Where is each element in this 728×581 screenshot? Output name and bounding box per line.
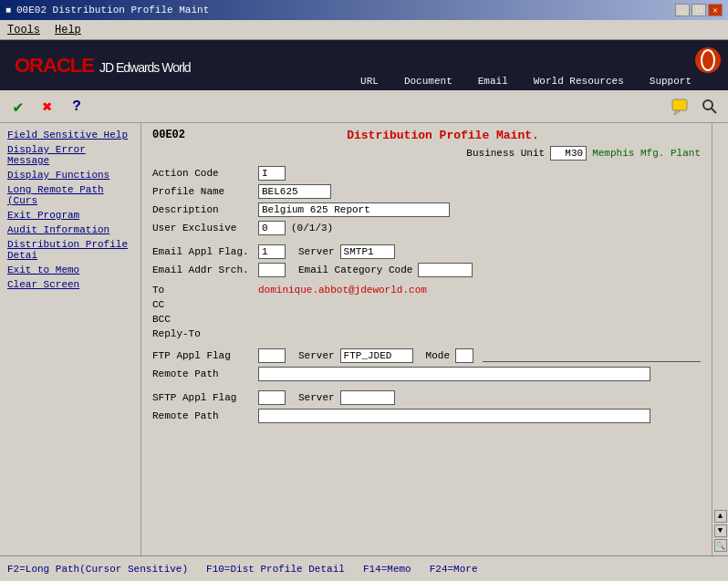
ftp-server-input[interactable]: [340, 348, 413, 363]
ftp-appl-flag-input[interactable]: [258, 348, 286, 363]
email-category-input[interactable]: [418, 263, 473, 277]
sftp-remote-path-input[interactable]: [258, 409, 650, 423]
status-f2[interactable]: F2=Long Path(Cursor Sensitive): [7, 564, 188, 575]
to-value: dominique.abbot@jdeworld.com: [258, 285, 427, 296]
svg-marker-3: [674, 110, 680, 115]
toolbar: ✔ ✖ ?: [0, 90, 728, 123]
sidebar-item-display-functions[interactable]: Display Functions: [4, 169, 137, 182]
cancel-button[interactable]: ✖: [36, 96, 58, 118]
bcc-row: BCC: [152, 314, 701, 325]
ftp-remote-path-input[interactable]: [258, 367, 650, 381]
title-bar-left: ■ 00E02 Distribution Profile Maint: [5, 5, 209, 16]
business-unit-label: Business Unit: [466, 148, 545, 159]
email-appl-flag-label: Email Appl Flag.: [152, 246, 253, 257]
sidebar-item-distribution-profile-detail[interactable]: Distribution Profile Detai: [4, 238, 137, 262]
window-title: 00E02 Distribution Profile Maint: [16, 5, 209, 16]
server-label-1: Server: [298, 246, 335, 257]
email-addr-srch-row: Email Addr Srch. Email Category Code: [152, 263, 701, 277]
sftp-server-label: Server: [298, 392, 335, 403]
sidebar: Field Sensitive Help Display Error Messa…: [0, 123, 141, 555]
email-appl-flag-row: Email Appl Flag. Server: [152, 244, 701, 259]
profile-name-label: Profile Name: [152, 186, 253, 197]
scroll-search-button[interactable]: 🔍: [714, 539, 727, 552]
ftp-remote-path-label: Remote Path: [152, 368, 253, 379]
form-area: 00E02 Distribution Profile Maint. Busine…: [141, 123, 712, 555]
main-area: Field Sensitive Help Display Error Messa…: [0, 123, 728, 555]
ftp-mode-input[interactable]: [455, 348, 473, 363]
to-label: To: [152, 285, 253, 296]
action-code-label: Action Code: [152, 168, 253, 179]
sidebar-item-clear-screen[interactable]: Clear Screen: [4, 278, 137, 291]
sftp-appl-flag-label: SFTP Appl Flag: [152, 392, 253, 403]
nav-document[interactable]: Document: [391, 72, 465, 90]
svg-line-5: [712, 109, 716, 113]
to-row: To dominique.abbot@jdeworld.com: [152, 285, 701, 296]
title-bar: ■ 00E02 Distribution Profile Maint _ □ ✕: [0, 0, 728, 20]
help-button[interactable]: ?: [66, 96, 88, 118]
sidebar-item-exit-program[interactable]: Exit Program: [4, 209, 137, 222]
business-unit-desc: Memphis Mfg. Plant: [592, 148, 701, 159]
checkmark-button[interactable]: ✔: [7, 96, 29, 118]
minimize-button[interactable]: _: [675, 4, 690, 16]
action-code-input[interactable]: [258, 166, 286, 181]
sftp-appl-flag-row: SFTP Appl Flag Server: [152, 390, 701, 405]
email-category-label: Email Category Code: [298, 265, 412, 275]
email-section: Email Appl Flag. Server Email Addr Srch.…: [152, 244, 701, 339]
server-input[interactable]: [340, 244, 395, 259]
ftp-mode-label: Mode: [426, 350, 450, 361]
scroll-up-button[interactable]: ▲: [714, 510, 727, 523]
nav-url[interactable]: URL: [348, 72, 391, 90]
sidebar-item-audit-information[interactable]: Audit Information: [4, 223, 137, 236]
ftp-section: FTP Appl Flag Server Mode Remote Path: [152, 348, 701, 381]
maximize-button[interactable]: □: [692, 4, 706, 16]
description-input[interactable]: [258, 202, 450, 217]
reply-to-label: Reply-To: [152, 328, 253, 339]
sftp-remote-path-row: Remote Path: [152, 409, 701, 423]
nav-email[interactable]: Email: [465, 72, 521, 90]
menu-bar: Tools Help: [0, 20, 728, 40]
profile-name-input[interactable]: [258, 184, 331, 199]
svg-rect-2: [672, 99, 687, 110]
status-f24[interactable]: F24=More: [430, 564, 478, 575]
ftp-appl-flag-row: FTP Appl Flag Server Mode: [152, 348, 701, 363]
oracle-header: ORACLEJD Edwards World URL Document Emai…: [0, 40, 728, 90]
bcc-label: BCC: [152, 314, 253, 325]
svg-point-0: [696, 48, 720, 72]
search-icon[interactable]: [699, 96, 721, 118]
chat-icon[interactable]: [670, 96, 692, 118]
email-appl-flag-input[interactable]: [258, 244, 286, 259]
sftp-remote-path-label: Remote Path: [152, 410, 253, 421]
scroll-down-button[interactable]: ▼: [714, 524, 727, 537]
ftp-server-label: Server: [298, 350, 335, 361]
cc-row: CC: [152, 299, 701, 310]
action-code-row: Action Code: [152, 166, 701, 181]
form-id: 00E02: [152, 129, 185, 141]
status-f14[interactable]: F14=Memo: [363, 564, 411, 575]
user-exclusive-row: User Exclusive (0/1/3): [152, 221, 701, 235]
business-unit-input[interactable]: [550, 146, 587, 161]
oracle-logo: ORACLEJD Edwards World: [15, 54, 191, 78]
sidebar-item-exit-to-memo[interactable]: Exit to Memo: [4, 264, 137, 276]
menu-tools[interactable]: Tools: [7, 24, 40, 36]
status-f10[interactable]: F10=Dist Profile Detail: [206, 564, 345, 575]
nav-support[interactable]: Support: [637, 72, 728, 90]
reply-to-row: Reply-To: [152, 328, 701, 339]
ftp-remote-path-row: Remote Path: [152, 367, 701, 381]
profile-name-row: Profile Name: [152, 184, 701, 199]
user-exclusive-hint: (0/1/3): [291, 223, 333, 233]
sidebar-item-field-sensitive-help[interactable]: Field Sensitive Help: [4, 129, 137, 141]
email-addr-srch-input[interactable]: [258, 263, 286, 277]
title-bar-controls[interactable]: _ □ ✕: [675, 4, 723, 16]
user-exclusive-input[interactable]: [258, 221, 286, 235]
ftp-appl-flag-label: FTP Appl Flag: [152, 350, 253, 361]
menu-help[interactable]: Help: [55, 24, 81, 36]
sidebar-item-long-remote-path[interactable]: Long Remote Path (Curs: [4, 183, 137, 207]
nav-world-resources[interactable]: World Resources: [521, 72, 637, 90]
scroll-area: ▲ ▼ 🔍: [712, 123, 728, 555]
sidebar-item-display-error-message[interactable]: Display Error Message: [4, 143, 137, 167]
sftp-appl-flag-input[interactable]: [258, 390, 286, 405]
sftp-server-input[interactable]: [340, 390, 395, 405]
header-nav: URL Document Email World Resources Suppo…: [348, 72, 728, 90]
close-button[interactable]: ✕: [708, 4, 723, 16]
description-row: Description: [152, 202, 701, 217]
